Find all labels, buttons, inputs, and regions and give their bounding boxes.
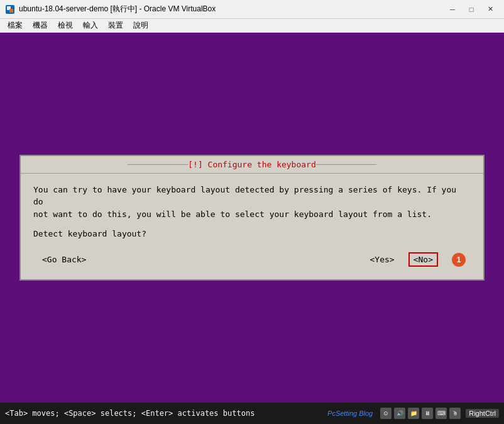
menu-help[interactable]: 說明 — [128, 19, 153, 32]
menubar: 檔案 機器 檢視 輸入 裝置 說明 — [0, 19, 504, 33]
maximize-button[interactable]: □ — [463, 3, 480, 16]
menu-machine[interactable]: 機器 — [28, 19, 53, 32]
menu-devices[interactable]: 裝置 — [103, 19, 128, 32]
window-controls[interactable]: ─ □ ✕ — [444, 3, 499, 16]
rightctrl-indicator: RightCtrl — [466, 409, 499, 418]
titlebar: ubuntu-18.04-server-demo [執行中] - Oracle … — [0, 0, 504, 19]
vm-display[interactable]: [!] Configure the keyboard You can try t… — [0, 33, 504, 403]
dialog-title: [!] Configure the keyboard — [21, 156, 483, 174]
dialog-question: Detect keyboard layout? — [33, 229, 471, 238]
dialog-body: You can try to have your keyboard layout… — [21, 174, 483, 280]
statusbar-hint: <Tab> moves; <Space> selects; <Enter> ac… — [5, 409, 255, 418]
menu-input[interactable]: 輸入 — [78, 19, 103, 32]
dialog-title-text: [!] Configure the keyboard — [188, 160, 316, 169]
svg-rect-2 — [9, 9, 13, 13]
minimize-button[interactable]: ─ — [444, 3, 461, 16]
menu-view[interactable]: 檢視 — [53, 19, 78, 32]
yes-button[interactable]: <Yes> — [366, 254, 398, 265]
taskbar-icon-1: ⊙ — [380, 408, 392, 419]
dialog-buttons: <Go Back> <Yes> <No> 1 — [33, 250, 471, 269]
window-title: ubuntu-18.04-server-demo [執行中] - Oracle … — [19, 4, 444, 14]
taskbar-icon-3: 📁 — [408, 408, 419, 419]
right-buttons: <Yes> <No> 1 — [366, 252, 466, 267]
app-icon — [5, 4, 15, 14]
taskbar-icon-5: ⌨ — [436, 408, 447, 419]
no-button[interactable]: <No> — [408, 252, 438, 267]
statusbar: <Tab> moves; <Space> selects; <Enter> ac… — [0, 403, 504, 424]
taskbar-icon-6: 🖱 — [449, 408, 461, 419]
go-back-button[interactable]: <Go Back> — [38, 254, 90, 265]
statusbar-right: PcSetting Blog ⊙ 🔊 📁 🖥 ⌨ 🖱 RightCtrl — [327, 408, 499, 419]
taskbar-icon-2: 🔊 — [394, 408, 405, 419]
dialog-description: You can try to have your keyboard layout… — [33, 184, 471, 221]
menu-file[interactable]: 檔案 — [3, 19, 28, 32]
taskbar-icon-4: 🖥 — [422, 408, 433, 419]
close-button[interactable]: ✕ — [481, 3, 499, 16]
configure-keyboard-dialog: [!] Configure the keyboard You can try t… — [19, 155, 485, 281]
annotation-1: 1 — [452, 253, 466, 267]
pcsetting-logo: PcSetting Blog — [327, 410, 373, 417]
